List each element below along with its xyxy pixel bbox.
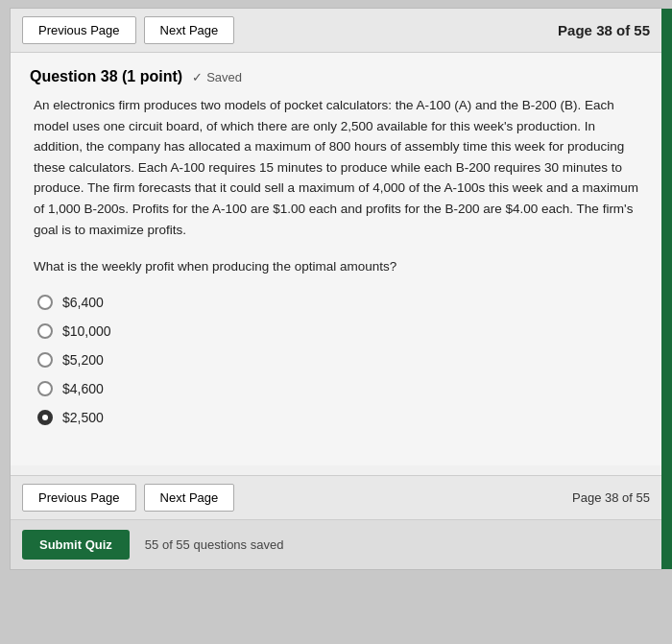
content-area: Question 38 (1 point) ✓ Saved An electro… [11, 53, 661, 465]
option-label-1: $10,000 [62, 323, 111, 339]
question-header: Question 38 (1 point) ✓ Saved [30, 68, 642, 85]
option-label-4: $2,500 [62, 410, 104, 425]
option-item-3[interactable]: $4,600 [30, 375, 642, 402]
radio-2[interactable] [37, 352, 53, 368]
prev-page-button-bottom[interactable]: Previous Page [22, 484, 136, 512]
option-item-2[interactable]: $5,200 [30, 346, 642, 373]
radio-3[interactable] [37, 381, 53, 396]
right-side-bar [661, 9, 672, 569]
page-container: Previous Page Next Page Page 38 of 55 Qu… [10, 8, 662, 570]
question-number: Question 38 (1 point) [30, 68, 182, 85]
next-page-button-bottom[interactable]: Next Page [144, 484, 235, 512]
saved-count: 55 of 55 questions saved [145, 537, 284, 552]
radio-1[interactable] [37, 323, 53, 339]
prev-page-button-top[interactable]: Previous Page [22, 16, 136, 44]
option-item-0[interactable]: $6,400 [30, 289, 642, 316]
sub-question: What is the weekly profit when producing… [30, 259, 642, 274]
option-label-3: $4,600 [62, 381, 104, 396]
footer-bar: Submit Quiz 55 of 55 questions saved [11, 519, 661, 569]
check-icon: ✓ [192, 70, 203, 84]
radio-0[interactable] [37, 295, 53, 310]
submit-quiz-button[interactable]: Submit Quiz [22, 530, 130, 560]
bottom-nav: Previous Page Next Page Page 38 of 55 [11, 475, 661, 519]
option-label-0: $6,400 [62, 295, 104, 310]
question-body: An electronics firm produces two models … [30, 95, 642, 240]
option-item-4[interactable]: $2,500 [30, 404, 642, 431]
page-info-bottom: Page 38 of 55 [572, 490, 650, 505]
page-info-top: Page 38 of 55 [558, 22, 650, 38]
radio-4[interactable] [37, 410, 53, 425]
saved-label: ✓ Saved [192, 70, 242, 84]
options-list: $6,400 $10,000 $5,200 $4,600 $2,500 [30, 289, 642, 431]
option-label-2: $5,200 [62, 352, 104, 368]
next-page-button-top[interactable]: Next Page [144, 16, 235, 44]
option-item-1[interactable]: $10,000 [30, 318, 642, 345]
top-nav: Previous Page Next Page Page 38 of 55 [11, 9, 661, 53]
